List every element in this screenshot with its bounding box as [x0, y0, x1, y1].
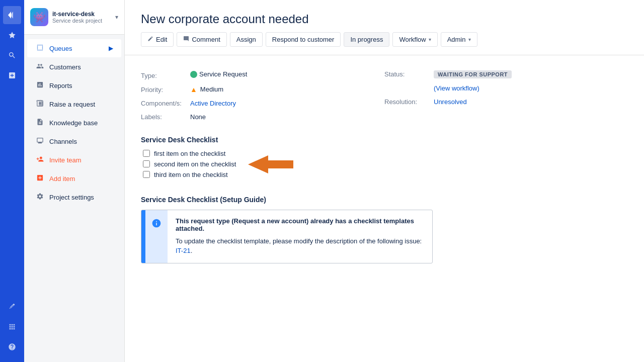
left-fields: Type: Service Request Priority: ▲ Medium…	[141, 67, 384, 124]
resolution-link[interactable]: Unresolved	[434, 98, 467, 106]
respond-label: Respond to customer	[272, 36, 335, 43]
edit-label: Edit	[156, 36, 167, 43]
priority-value: ▲ Medium	[190, 85, 223, 94]
workflow-label: Workflow	[399, 36, 426, 43]
sidebar-item-project-settings[interactable]: Project settings	[27, 188, 121, 206]
sidebar-item-raise-request[interactable]: Raise a request	[27, 95, 121, 113]
checklist-checkbox-1[interactable]	[143, 150, 150, 157]
checklist-title: Service Desk Checklist	[141, 136, 628, 144]
checklist-item-2: second item on the checklist	[143, 160, 236, 168]
info-box: This request type (Request a new account…	[141, 210, 433, 263]
reports-label: Reports	[49, 82, 72, 89]
back-nav-icon[interactable]	[3, 6, 21, 24]
search-icon[interactable]	[3, 46, 21, 64]
type-field: Type: Service Request	[141, 67, 384, 82]
checklist-checkbox-3[interactable]	[143, 171, 150, 178]
view-workflow-row: (View workflow)	[384, 81, 628, 95]
queues-arrow-icon: ▶	[109, 45, 113, 52]
checklist-label-1: first item on the checklist	[154, 150, 225, 157]
checklist-item-3: third item on the checklist	[143, 171, 236, 178]
info-box-link[interactable]: IT-21	[176, 247, 191, 254]
checklist-checkbox-2[interactable]	[143, 160, 150, 167]
status-button[interactable]: In progress	[344, 32, 389, 47]
create-icon[interactable]	[3, 66, 21, 84]
queues-icon	[35, 44, 44, 53]
checklist-arrow-row: first item on the checklist second item …	[141, 150, 628, 182]
priority-label: Priority:	[141, 86, 186, 94]
assign-button[interactable]: Assign	[230, 32, 263, 47]
knowledge-base-icon	[35, 118, 44, 127]
setup-guide-section: Service Desk Checklist (Setup Guide) Thi…	[141, 196, 628, 263]
sidebar-item-channels[interactable]: Channels	[27, 132, 121, 150]
help-icon[interactable]	[3, 338, 21, 356]
info-icon	[151, 218, 162, 228]
apps-icon[interactable]	[3, 318, 21, 336]
resolution-value: Unresolved	[434, 98, 467, 106]
sidebar-item-knowledge-base[interactable]: Knowledge base	[27, 114, 121, 132]
sidebar-item-queues[interactable]: Queues ▶	[27, 39, 121, 57]
workflow-button[interactable]: Workflow ▾	[392, 32, 437, 47]
labels-value: None	[190, 113, 206, 121]
info-box-icon-col	[145, 210, 168, 263]
edit-icon	[147, 36, 153, 43]
checklist-section: Service Desk Checklist first item on the…	[141, 136, 628, 182]
comment-label: Comment	[192, 36, 220, 43]
workflow-chevron-icon: ▾	[429, 37, 431, 42]
info-box-stripe	[141, 210, 145, 263]
info-box-text: To update the checklist template, please…	[176, 236, 424, 256]
labels-label: Labels:	[141, 113, 186, 121]
view-workflow-link[interactable]: (View workflow)	[434, 84, 479, 92]
service-request-icon	[190, 71, 197, 78]
main-content: New corporate account needed Edit Commen…	[125, 0, 644, 362]
checklist-label-2: second item on the checklist	[154, 160, 236, 168]
setup-guide-title: Service Desk Checklist (Setup Guide)	[141, 196, 628, 204]
priority-field: Priority: ▲ Medium	[141, 82, 384, 97]
queues-label: Queues	[49, 45, 72, 52]
info-box-title: This request type (Request a new account…	[176, 217, 424, 232]
orange-arrow-container	[248, 154, 293, 176]
sidebar-item-reports[interactable]: Reports	[27, 76, 121, 95]
sidebar-item-add-item[interactable]: Add item	[27, 169, 121, 188]
invite-team-icon	[35, 155, 44, 164]
customers-label: Customers	[49, 63, 81, 71]
icon-rail	[0, 0, 24, 362]
project-switcher[interactable]: 👾 it-service-desk Service desk project ▾	[24, 0, 124, 35]
project-chevron-icon: ▾	[115, 14, 118, 21]
type-value: Service Request	[190, 70, 247, 78]
sidebar-item-invite-team[interactable]: Invite team	[27, 151, 121, 169]
page-header: New corporate account needed Edit Commen…	[125, 0, 644, 55]
reports-icon	[35, 81, 44, 90]
status-field: Status: WAITING FOR SUPPORT	[384, 67, 628, 81]
fields-grid: Type: Service Request Priority: ▲ Medium…	[141, 67, 628, 124]
component-value: Active Directory	[190, 100, 236, 107]
checklist-label-3: third item on the checklist	[154, 171, 228, 178]
edit-button[interactable]: Edit	[141, 32, 174, 47]
priority-up-icon: ▲	[190, 85, 197, 94]
page-title: New corporate account needed	[141, 12, 628, 26]
admin-button[interactable]: Admin ▾	[441, 32, 477, 47]
raise-request-icon	[35, 100, 44, 109]
star-icon[interactable]	[3, 26, 21, 44]
respond-customer-button[interactable]: Respond to customer	[266, 32, 341, 47]
sidebar-item-customers[interactable]: Customers	[27, 58, 121, 76]
status-badge: WAITING FOR SUPPORT	[434, 70, 512, 78]
resolution-field: Resolution: Unresolved	[384, 95, 628, 109]
labels-field: Labels: None	[141, 110, 384, 124]
comment-icon	[183, 36, 189, 43]
notifications-icon[interactable]	[3, 298, 21, 316]
component-field: Component/s: Active Directory	[141, 97, 384, 110]
comment-button[interactable]: Comment	[177, 32, 226, 47]
project-settings-icon	[35, 193, 44, 202]
component-link[interactable]: Active Directory	[190, 100, 236, 107]
status-value: WAITING FOR SUPPORT	[434, 70, 512, 78]
project-name: it-service-desk	[52, 11, 111, 18]
sidebar-nav: Queues ▶ Customers Reports Raise a reque…	[24, 35, 124, 362]
raise-request-label: Raise a request	[49, 101, 95, 108]
toolbar: Edit Comment Assign Respond to customer …	[141, 32, 628, 47]
checklist-items: first item on the checklist second item …	[141, 150, 236, 182]
add-item-icon	[35, 174, 44, 183]
assign-label: Assign	[236, 36, 256, 43]
project-avatar: 👾	[30, 8, 48, 26]
customers-icon	[35, 62, 44, 71]
status-label: Status:	[384, 70, 430, 78]
